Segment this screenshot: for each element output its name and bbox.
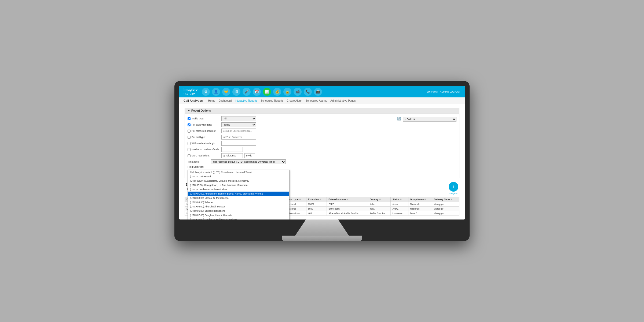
logo-text: imagicle xyxy=(449,192,457,195)
report-options-header: ▼ Report Options xyxy=(185,108,459,114)
nav-icon-calendar[interactable]: 📅 xyxy=(253,88,261,96)
cell-extension: 403 xyxy=(306,211,327,216)
max-calls-checkbox[interactable] xyxy=(188,148,191,151)
nav-link-admin-pages[interactable]: Administrative Pages xyxy=(330,99,356,102)
nav-link-home[interactable]: Home xyxy=(208,99,215,102)
cell-extension-name: Entry-point xyxy=(327,207,368,211)
preset-icon: 🔄 xyxy=(397,117,401,120)
nav-link-scheduled-alarms[interactable]: Scheduled Alarms xyxy=(306,99,327,102)
secondary-nav: Call Analytics Home Dashboard Interactiv… xyxy=(179,97,465,104)
tz-option-mosca[interactable]: (UTC+03:00) Mosca, S. Pietroburgo xyxy=(188,196,289,200)
nav-icon-users[interactable]: 👤 xyxy=(212,88,220,96)
traffic-type-checkbox[interactable] xyxy=(188,117,191,120)
more-restrictions-input2[interactable] xyxy=(244,153,255,158)
tz-option-georgetown[interactable]: (UTC-06:00) Georgetown, La Paz, Manaus, … xyxy=(188,183,289,187)
nav-icon-billing[interactable]: 💰 xyxy=(273,88,281,96)
logo-area: Imagicle UC Suite xyxy=(184,87,197,96)
cell-country: Italia xyxy=(368,202,391,207)
nav-link-dashboard[interactable]: Dashboard xyxy=(218,99,232,102)
preset-select[interactable]: - Call List Call Summary Traffic Report xyxy=(403,117,456,122)
tz-option-bangkok[interactable]: (UTC+07:00) Bangkok, Hanoi, Giacarta xyxy=(188,213,289,217)
per-restricted-group-checkbox[interactable] xyxy=(188,130,191,133)
field-selection-row: Field Selection: xyxy=(188,166,394,168)
traffic-type-select[interactable]: All Inbound Outbound Internal xyxy=(221,116,256,121)
tz-option-amsterdam[interactable]: (UTC+01:00) Amsterdam, Berlino, Berna, R… xyxy=(188,192,289,196)
per-calls-date-select[interactable]: Today Yesterday Last 7 days Last 30 days xyxy=(221,122,256,127)
logo-circle-icon: i xyxy=(449,182,458,192)
col-country[interactable]: Country ⇅ xyxy=(368,197,391,202)
tz-option-abudhabi[interactable]: (UTC+04:00) Abu Dhabi, Muscat xyxy=(188,204,289,209)
cell-group-name: Nazionali xyxy=(408,207,432,211)
cell-status: Unanswer. xyxy=(391,211,408,216)
report-options-panel: ▼ Report Options Traffic type: All xyxy=(185,108,459,178)
tz-option-guadalajara[interactable]: (UTC-06:00) Guadalajara, Città del Messi… xyxy=(188,179,289,183)
cell-country: Arabia Saudita xyxy=(368,211,391,216)
main-content: ▼ Report Options Traffic type: All xyxy=(179,104,465,219)
cell-gateway-name: Viareggio xyxy=(432,211,459,216)
collapse-icon[interactable]: ▼ xyxy=(188,109,190,112)
col-status[interactable]: Status ⇅ xyxy=(391,197,408,202)
nav-icons: ⚙ 👤 🤝 🖥 🎤 📅 📊 💰 🔒 📹 📞 📠 xyxy=(202,88,322,96)
nav-icon-network[interactable]: 🖥 xyxy=(232,88,240,96)
max-calls-row: Maximum number of calls: xyxy=(188,147,394,152)
top-bar: Imagicle UC Suite ⚙ 👤 🤝 🖥 🎤 📅 📊 💰 🔒 📹 📞 … xyxy=(179,86,465,97)
cell-extension: 8500 xyxy=(306,207,327,211)
nav-link-scheduled-reports[interactable]: Scheduled Reports xyxy=(261,99,283,102)
timezone-label: Time zone: xyxy=(188,160,209,163)
nav-link-create-alarm[interactable]: Create Alarm xyxy=(287,99,302,102)
more-restrictions-checkbox[interactable] xyxy=(188,154,191,157)
cell-gateway-name: Viareggio xyxy=(432,207,459,211)
app-title: Call Analytics xyxy=(184,99,203,102)
per-call-type-row: Per call type: xyxy=(188,135,394,140)
field-selection-label: Field Selection: xyxy=(188,166,209,168)
nav-icon-fax[interactable]: 📠 xyxy=(314,88,322,96)
cell-gateway-name: Viareggio xyxy=(432,202,459,207)
with-destination-checkbox[interactable] xyxy=(188,142,191,145)
cell-extension-name: Alkamel Abdul Arabia Saudita xyxy=(327,211,368,216)
cell-extension-name: IT-PD xyxy=(327,202,368,207)
per-call-type-input[interactable] xyxy=(221,135,256,140)
with-destination-input[interactable] xyxy=(221,141,256,146)
timezone-row: Time zone: Call Analytics default ((UTC)… xyxy=(188,159,394,164)
per-calls-date-checkbox[interactable] xyxy=(188,123,191,126)
tz-option-teheran[interactable]: (UTC+03:30) Teheran xyxy=(188,200,289,204)
tz-option-default[interactable]: Call Analytics default ((UTC) Coordinate… xyxy=(188,170,289,174)
support-links[interactable]: SUPPORT | ADMIN | LOG OUT xyxy=(426,90,460,93)
per-call-type-checkbox[interactable] xyxy=(188,136,191,139)
nav-link-interactive-reports[interactable]: Interactive Reports xyxy=(235,99,257,102)
nav-icon-video[interactable]: 📹 xyxy=(294,88,302,96)
col-gateway-name[interactable]: Gateway Name ⇅ xyxy=(432,197,459,202)
timezone-dropdown[interactable]: Call Analytics default ((UTC) Coordinate… xyxy=(188,170,290,219)
nav-icon-chart[interactable]: 📊 xyxy=(263,88,271,96)
max-calls-input[interactable] xyxy=(221,147,243,152)
tz-option-hawaii[interactable]: (UTC-10:00) Hawaii xyxy=(188,174,289,179)
more-restrictions-row: More restrictions: xyxy=(188,153,394,158)
cell-group-name: Nazionali xyxy=(408,202,432,207)
nav-icon-settings[interactable]: ⚙ xyxy=(202,88,210,96)
tz-option-yangon[interactable]: (UTC+06:30) Yangon (Rangoon) xyxy=(188,209,289,213)
with-destination-label: With destination/origin: xyxy=(188,142,220,145)
nav-icon-lock[interactable]: 🔒 xyxy=(283,88,291,96)
nav-icon-partners[interactable]: 🤝 xyxy=(222,88,230,96)
per-restricted-group-input[interactable] xyxy=(221,129,256,133)
per-restricted-group-label: Per restricted group of: xyxy=(188,130,220,133)
nav-icon-phone[interactable]: 📞 xyxy=(304,88,312,96)
suite-name: UC Suite xyxy=(184,92,197,96)
more-restrictions-label: More restrictions: xyxy=(188,154,220,157)
col-group-name[interactable]: Group Name ⇅ xyxy=(408,197,432,202)
col-extension[interactable]: Extension ⇅ xyxy=(306,197,327,202)
tz-option-utc[interactable]: (UTC) Coordinated Universal Time xyxy=(188,187,289,192)
top-bar-left: Imagicle UC Suite ⚙ 👤 🤝 🖥 🎤 📅 📊 💰 🔒 📹 📞 … xyxy=(184,87,322,96)
col-extension-name[interactable]: Extension name ⇅ xyxy=(327,197,368,202)
nav-icon-mic[interactable]: 🎤 xyxy=(243,88,251,96)
traffic-type-row: Traffic type: All Inbound Outbound Inter… xyxy=(188,116,394,121)
more-restrictions-input1[interactable] xyxy=(221,153,243,158)
cell-country: Italia xyxy=(368,207,391,211)
timezone-select[interactable]: Call Analytics default ((UTC) Coordinate… xyxy=(211,159,286,164)
per-restricted-group-row: Per restricted group of: xyxy=(188,129,394,133)
report-form: Traffic type: All Inbound Outbound Inter… xyxy=(188,116,394,175)
tz-option-canberra[interactable]: (UTC+10:00) Canberra, Melbourne, Sydney xyxy=(188,217,289,219)
report-options-title: Report Options xyxy=(191,109,211,112)
cell-group-name: Zona 5 xyxy=(408,211,432,216)
cell-status: Answ. xyxy=(391,207,408,211)
